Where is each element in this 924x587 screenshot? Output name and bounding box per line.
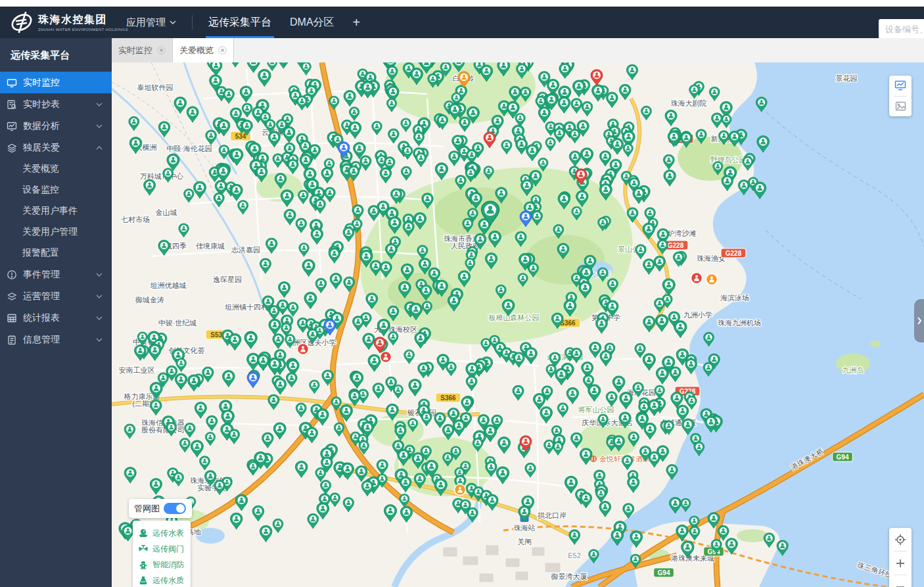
device-search-input[interactable] [879,19,924,39]
map-marker-orange-round[interactable] [455,484,466,496]
chart-monitor-icon [894,80,906,91]
sidebar-item-label: 实时监控 [23,77,60,89]
sidebar-item-realtime-monitor[interactable]: 实时监控 [0,72,112,93]
svg-text:九洲岛: 九洲岛 [843,366,864,374]
sidebar-item-data-analysis[interactable]: 数据分析 [0,115,112,137]
tab-bar: 实时监控 关爱概览 [112,38,924,62]
sidebar-item-label: 事件管理 [23,269,60,281]
sidebar-subitem-care-user-management[interactable]: 关爱用户管理 [0,222,112,243]
nav-divider [192,15,193,30]
chart-view-button[interactable] [889,76,912,96]
tab-label: 实时监控 [118,45,152,57]
chevron-down-icon [96,124,103,128]
sidebar-subitem-care-user-events[interactable]: 关爱用户事件 [0,200,112,222]
main-nav: 应用管理 远传采集平台 DMA分区 + [117,7,369,38]
tab-close-icon[interactable] [157,46,166,55]
svg-text:G228: G228 [726,250,742,257]
water-meter-icon [138,528,149,538]
map-label: 九洲岛 [843,366,864,374]
svg-text:御城金涛: 御城金涛 [135,296,164,304]
fire-hydrant-icon [138,559,149,570]
sidebar-item-event-management[interactable]: 事件管理 [0,264,112,285]
tab-care-overview[interactable]: 关爱概览 [173,38,234,62]
map-marker-orange-round[interactable] [706,274,718,285]
sidebar-item-realtime-reading[interactable]: 实时抄表 [0,93,112,115]
svg-text:金山城: 金山城 [156,208,177,216]
sidebar-item-info-management[interactable]: 信息管理 [0,329,112,350]
svg-text:景花园: 景花园 [836,74,858,82]
svg-text:佳境康城: 佳境康城 [196,242,225,250]
sidebar-subitem-label: 设备监控 [22,184,59,196]
legend-item-valve: 远传阀门 [138,541,185,557]
map-label: 中骏·世纪城 [158,319,197,327]
map-label: 关闸 [517,538,532,546]
map-label: 金山城 [156,208,177,216]
tab-close-icon[interactable] [218,46,227,55]
nav-dma-label: DMA分区 [290,16,335,30]
sidebar-item-solitary-care[interactable]: 独居关爱 [0,137,112,158]
svg-text:七村市场: 七村市场 [120,216,150,223]
nav-add-tab-button[interactable]: + [344,7,370,38]
sidebar-item-label: 实时抄表 [23,99,60,110]
zoom-out-button[interactable] [889,575,912,587]
sidebar-item-label: 数据分析 [23,120,60,132]
sidebar-item-statistics-report[interactable]: 统计报表 [0,307,112,329]
map-marker-red-round[interactable] [298,344,309,355]
tab-realtime-monitor[interactable]: 实时监控 [112,38,173,62]
map-legend: 远传水表 远传阀门 智能消防 远传水质 远传压力 [133,521,191,587]
map-label: E52 [568,552,581,559]
nav-remote-collection-label: 远传采集平台 [208,16,271,30]
device-search [879,19,924,39]
map-label: 海滨泳场 [720,294,749,302]
map-label: 万科城市中心 [140,172,183,180]
image-view-button[interactable] [889,97,912,117]
map-label: 九洲小学 [683,311,712,319]
chevron-down-icon [96,316,103,320]
nav-app-management[interactable]: 应用管理 [117,7,185,38]
chevron-down-icon [96,103,103,106]
meter-read-icon [7,99,17,110]
legend-item-water-meter: 远传水表 [138,525,185,541]
care-layers-icon [7,143,17,153]
sidebar-subitem-care-overview[interactable]: 关爱概览 [0,158,112,179]
road-badge: S366 [436,393,461,402]
map-label: 珠海九洲机场 [718,319,761,327]
sidebar-subitem-alarm-config[interactable]: 报警配置 [0,243,112,264]
map-label: 御景湾大厦 [551,573,588,580]
road-badge: G94 [833,452,853,461]
map-label: 坦洲优越城 [150,281,187,289]
svg-text:关闸: 关闸 [517,538,532,546]
svg-text:G94: G94 [837,454,849,461]
chevron-right-icon [917,317,922,325]
sidebar-subitem-device-monitor[interactable]: 设备监控 [0,179,112,200]
app-window: 珠海水控集团 ZHUHAI WATER ENVIRONMENT HOLDINGS… [0,0,924,587]
legend-label: 远传水表 [152,528,184,539]
plus-icon [895,558,906,569]
map-label: 逸琛星园 [213,275,242,283]
zoom-in-button[interactable] [889,552,912,575]
panel-expand-handle[interactable] [914,299,924,342]
map-canvas[interactable]: 白沙岭景花园泰坦软件园珠海大剧院新月桥野狸岛公园云顶澜山中颐·海伦花园大横洲万科… [112,62,924,587]
map-marker-red-round[interactable] [381,352,392,363]
map-marker-red-round[interactable] [691,273,703,284]
chevron-down-icon [96,338,103,342]
sidebar-item-operation-management[interactable]: 运营管理 [0,285,112,307]
svg-text:御景湾大厦: 御景湾大厦 [551,573,588,580]
logo-subtitle: ZHUHAI WATER ENVIRONMENT HOLDINGS [38,28,128,32]
svg-text:G228: G228 [668,242,684,249]
map-label: 中颐·海伦花园 [166,145,212,153]
chevron-down-icon [96,273,103,277]
analysis-icon [7,121,17,131]
nav-remote-collection-platform[interactable]: 远传采集平台 [199,7,281,38]
sidebar-subitem-label: 关爱用户管理 [22,226,78,238]
map-label: 御城金涛 [135,296,164,304]
locate-icon [894,534,906,546]
pipe-network-toggle[interactable] [164,503,186,514]
locate-button[interactable] [889,528,912,551]
svg-text:将军山公园: 将军山公园 [578,406,614,413]
svg-text:九洲小学: 九洲小学 [683,311,712,319]
svg-text:逸琛星园: 逸琛星园 [213,275,242,283]
nav-dma-partition[interactable]: DMA分区 [281,7,344,38]
water-quality-icon [138,575,149,586]
nav-app-management-label: 应用管理 [126,16,166,29]
